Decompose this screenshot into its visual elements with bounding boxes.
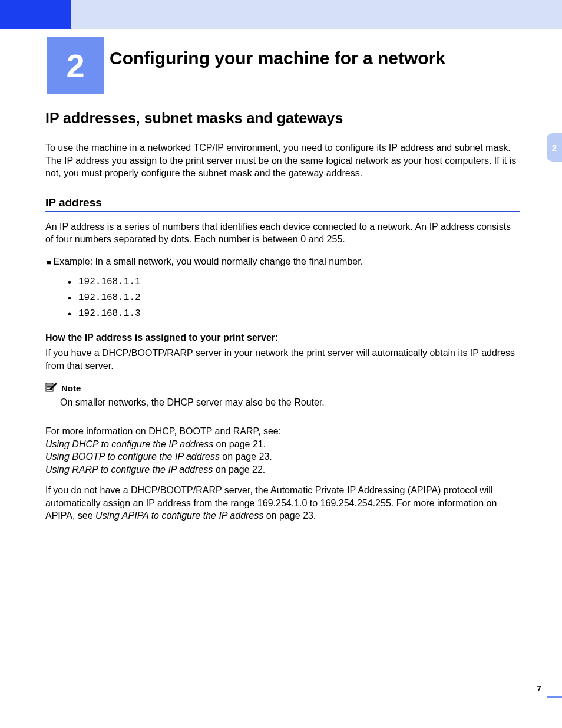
references-lead: For more information on DHCP, BOOTP and … — [45, 425, 520, 438]
note-text: On smaller networks, the DHCP server may… — [60, 396, 520, 409]
note-top-rule — [85, 388, 520, 388]
footer-accent — [547, 696, 562, 698]
dhcp-paragraph: If you have a DHCP/BOOTP/RARP server in … — [45, 347, 520, 372]
ip-example-list: 192.168.1.1 192.168.1.2 192.168.1.3 — [68, 274, 520, 322]
chapter-number: 2 — [66, 47, 84, 85]
example-line: Example: In a small network, you would n… — [45, 255, 520, 268]
inline-heading: How the IP address is assigned to your p… — [45, 332, 520, 343]
note-label: Note — [61, 383, 81, 393]
subsection-rule — [45, 211, 520, 212]
header-accent-dark — [0, 0, 71, 29]
reference-line: Using RARP to configure the IP address o… — [45, 463, 520, 476]
side-tab-number: 2 — [552, 143, 557, 153]
apipa-paragraph: If you do not have a DHCP/BOOTP/RARP ser… — [45, 484, 520, 522]
intro-paragraph: To use the machine in a networked TCP/IP… — [45, 141, 520, 180]
chapter-number-box: 2 — [47, 37, 104, 94]
section-heading: IP addresses, subnet masks and gateways — [45, 110, 520, 127]
note-block: Note On smaller networks, the DHCP serve… — [45, 381, 520, 414]
subsection-heading: IP address — [45, 196, 520, 209]
note-header: Note — [45, 381, 520, 394]
pencil-note-icon — [45, 381, 58, 394]
list-item: 192.168.1.1 — [68, 274, 520, 290]
note-bottom-rule — [45, 414, 520, 414]
references-block: For more information on DHCP, BOOTP and … — [45, 425, 520, 476]
main-content: IP addresses, subnet masks and gateways … — [45, 110, 520, 532]
reference-line: Using BOOTP to configure the IP address … — [45, 450, 520, 463]
apipa-link[interactable]: Using APIPA to configure the IP address — [95, 510, 263, 521]
list-item: 192.168.1.3 — [68, 306, 520, 322]
list-item: 192.168.1.2 — [68, 290, 520, 306]
side-tab: 2 — [547, 133, 562, 162]
reference-line: Using DHCP to configure the IP address o… — [45, 438, 520, 451]
page-number: 7 — [537, 684, 541, 693]
ip-description: An IP address is a series of numbers tha… — [45, 220, 520, 246]
header-accent-light — [71, 0, 562, 29]
chapter-title: Configuring your machine for a network — [110, 48, 445, 68]
